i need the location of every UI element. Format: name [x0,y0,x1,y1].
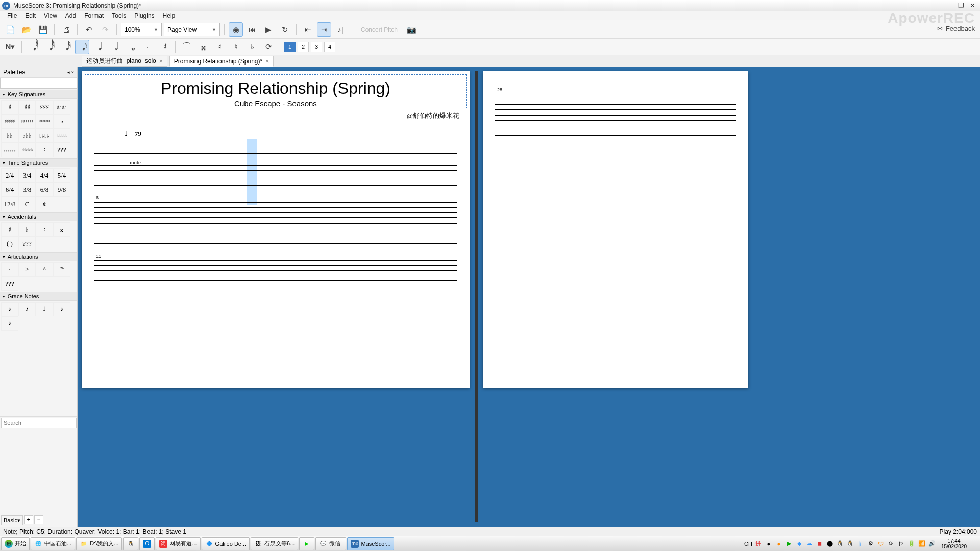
voice-4-button[interactable]: 4 [324,42,335,52]
staff-system-2[interactable]: 6 [94,195,457,244]
whole-note-button[interactable]: 𝅝 [124,40,138,54]
ime-icon[interactable]: 拼 [754,540,763,548]
tray-icon[interactable]: 🐧 [846,540,854,548]
menu-add[interactable]: Add [61,12,80,20]
tray-icon[interactable]: ⚙ [867,540,875,548]
close-button[interactable]: ✕ [967,1,978,10]
keysig-cell[interactable]: ♭♭♭ [18,129,36,143]
palette-remove-button[interactable]: − [34,515,43,524]
voice-1-button[interactable]: 1 [284,42,296,52]
tray-icon[interactable]: 🛡 [877,540,885,548]
acc-cell[interactable]: ♮ [36,222,53,237]
keysig-cell[interactable]: ♯♯♯ [36,100,53,114]
undo-button[interactable]: ↶ [82,22,96,37]
tray-icon[interactable]: ⬤ [826,540,834,548]
staff-system-p2[interactable]: 28 [495,87,736,136]
menu-help[interactable]: Help [159,12,180,20]
bass-staff[interactable] [94,165,457,186]
lang-indicator[interactable]: CH [744,540,752,548]
tray-icon[interactable]: ⟳ [887,540,895,548]
staff-system-1[interactable]: ♩ = 79 mute [94,130,457,186]
metronome-button[interactable]: ◉ [229,22,243,37]
close-tab-icon[interactable]: × [265,58,269,65]
art-cell[interactable]: 𝆮 [53,262,70,277]
task-galileo[interactable]: 🔷Galileo De... [202,537,250,550]
quarter-note-button[interactable]: 𝅘𝅥 [91,40,106,54]
feedback-link[interactable]: ✉ Feedback [937,24,975,32]
timesig-cell[interactable]: 9/8 [53,183,70,197]
menu-file[interactable]: File [3,12,21,20]
composer[interactable]: @舒伯特的爆米花 [82,111,470,120]
menu-format[interactable]: Format [80,12,108,20]
concert-pitch-button[interactable]: Concert Pitch [356,22,402,37]
tempo-marking[interactable]: ♩ = 79 [125,130,457,138]
voice-2-button[interactable]: 2 [298,42,309,52]
keysig-cell[interactable]: ♭♭♭♭♭♭♭ [18,143,36,157]
articulations-section[interactable]: ▾ Articulations [0,252,77,261]
gracenotes-section[interactable]: ▾ Grace Notes [0,292,77,301]
start-button[interactable]: ⊞ 开始 [1,537,30,550]
new-file-button[interactable]: 📄 [3,22,17,37]
close-tab-icon[interactable]: × [159,58,163,65]
accidentals-section[interactable]: ▾ Accidentals [0,212,77,221]
treble-staff[interactable] [94,138,457,158]
task-musescore[interactable]: mυMuseScor... [347,537,394,550]
double-sharp-button[interactable]: 𝄪 [196,40,210,54]
tab-other-score[interactable]: 运动员进行曲_piano_solo × [82,56,167,67]
grace-cell[interactable]: ♪ [18,302,36,316]
flat-button[interactable]: ♭ [245,40,259,54]
keysig-cell[interactable]: ♮ [36,143,53,157]
treble-staff[interactable] [94,260,457,281]
keysig-cell[interactable]: ♭♭ [1,129,18,143]
acc-cell[interactable]: ??? [18,237,36,251]
grace-cell[interactable]: ♪ [53,302,70,316]
save-button[interactable]: 💾 [36,22,50,37]
timesig-cell[interactable]: ¢ [36,197,53,211]
score-page-1[interactable]: Promising Relationship (Spring) Cube Esc… [82,71,470,388]
task-chrome[interactable]: 🌐中国石油... [31,537,75,550]
acc-cell[interactable]: ♭ [18,222,36,237]
volume-icon[interactable]: 🔊 [928,540,936,548]
timesig-cell[interactable]: 3/8 [18,183,36,197]
treble-staff[interactable] [495,94,736,114]
bass-staff[interactable] [495,115,736,136]
art-cell[interactable]: ??? [1,277,18,291]
acc-cell[interactable]: ♯ [1,222,18,237]
bass-staff[interactable] [94,223,457,244]
art-cell[interactable]: > [18,262,36,277]
score-subtitle[interactable]: Cube Escape - Seasons [85,99,466,108]
menu-view[interactable]: View [40,12,61,20]
loop-button[interactable]: ↻ [278,22,292,37]
timesig-cell[interactable]: 4/4 [36,168,53,183]
zoom-combo[interactable]: 100%▼ [121,23,162,36]
acc-cell[interactable]: 𝄪 [53,222,70,237]
voice-3-button[interactable]: 3 [311,42,322,52]
task-youdao[interactable]: 词网易有道... [156,537,200,550]
tray-icon[interactable]: ◆ [795,540,803,548]
timesig-cell[interactable]: C [18,197,36,211]
task-outlook[interactable]: O [139,537,155,550]
natural-button[interactable]: ♮ [229,40,243,54]
keysig-cell[interactable]: ♯♯ [18,100,36,114]
32nd-note-button[interactable]: 𝅘𝅥𝅱 [42,40,57,54]
minimize-button[interactable]: — [944,1,955,10]
mute-text[interactable]: mute [130,159,493,165]
palette-add-button[interactable]: + [24,515,33,524]
tray-icon[interactable]: ▶ [785,540,793,548]
keysig-cell[interactable]: ♯ [1,100,18,114]
keysig-cell[interactable]: ♯♯♯♯♯ [1,114,18,129]
palette-search-input[interactable] [1,418,77,428]
count-in-button[interactable]: ♪| [333,22,348,37]
open-file-button[interactable]: 📂 [19,22,34,37]
play-button[interactable]: ▶ [261,22,276,37]
timesig-cell[interactable]: 6/4 [1,183,18,197]
keysig-cell[interactable]: ??? [53,143,70,157]
view-mode-combo[interactable]: Page View▼ [164,23,220,36]
tray-icon[interactable]: 🏳 [897,540,905,548]
tie-button[interactable]: ⁀ [180,40,194,54]
menu-plugins[interactable]: Plugins [130,12,158,20]
keysig-section[interactable]: ▾ Key Signatures [0,90,77,99]
tray-icon[interactable]: ● [775,540,783,548]
score-page-2[interactable]: 28 [483,71,748,388]
half-note-button[interactable]: 𝅗𝅥 [108,40,122,54]
